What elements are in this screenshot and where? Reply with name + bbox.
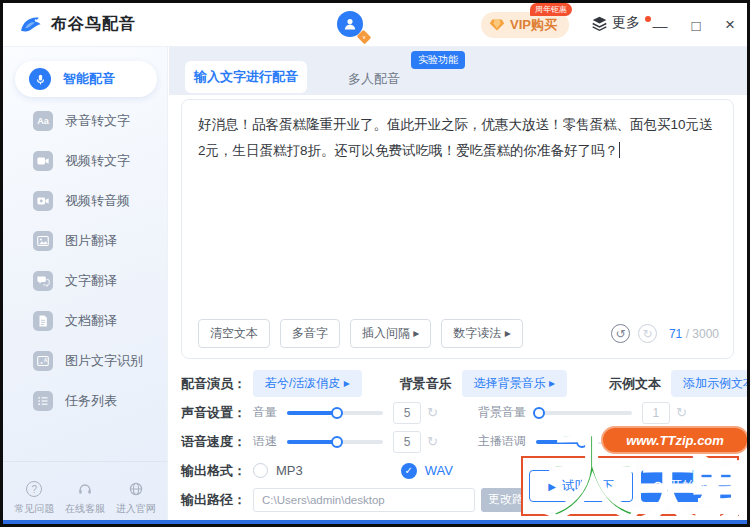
minimize-button[interactable]: — (643, 3, 677, 47)
bg-volume-reset-icon[interactable]: ↻ (676, 405, 687, 420)
app-window: 布谷鸟配音 V 周年钜惠 VIP购买 更多 — □ (0, 0, 750, 527)
volume-reset-icon[interactable]: ↻ (427, 405, 438, 420)
rate-reset-icon[interactable]: ↻ (427, 434, 438, 449)
convert-label: 开始转换 (670, 477, 722, 495)
redo-icon[interactable]: ↻ (638, 324, 657, 343)
rate-label: 语速 (253, 433, 277, 450)
faq-label: 常见问题 (14, 502, 54, 516)
official-site-label: 进入官网 (116, 502, 156, 516)
rate-value[interactable] (393, 431, 421, 453)
bgm-label: 背景音乐 (400, 375, 452, 393)
document-icon (33, 311, 53, 331)
vip-buy-label: VIP购买 (510, 16, 557, 34)
volume-slider[interactable] (287, 411, 383, 415)
char-counter: 71 / 3000 (669, 327, 719, 341)
sound-row: 声音设置： 音量 ↻ 背景音量 ↻ (181, 398, 735, 427)
sidebar-item-task-list[interactable]: 任务列表 (3, 381, 167, 421)
faq-button[interactable]: ? 常见问题 (14, 480, 54, 516)
sidebar-item-label: 智能配音 (63, 70, 115, 88)
sample-select[interactable]: 添加示例文本 ▸ (671, 370, 750, 397)
volume-label: 音量 (253, 404, 277, 421)
maximize-button[interactable]: □ (679, 3, 713, 47)
bg-volume-slider[interactable] (536, 411, 632, 415)
dubbing-text-input[interactable]: 好消息！品客蛋糕隆重开业了。值此开业之际，优惠大放送！零售蛋糕、面包买10元送2… (182, 100, 733, 280)
title-bar: 布谷鸟配音 V 周年钜惠 VIP购买 更多 — □ (3, 3, 747, 47)
image-translate-icon (33, 231, 53, 251)
tone-label: 主播语调 (478, 433, 526, 450)
more-menu[interactable]: 更多 (591, 14, 651, 32)
voice-select[interactable]: 若兮/活泼俏皮 ▸ (253, 370, 362, 397)
sidebar-item-label: 文字翻译 (65, 272, 117, 290)
polyphone-button[interactable]: 多音字 (280, 319, 340, 348)
sidebar-menu: 智能配音 Aa 录音转文字 视频转文字 视频转音频 (3, 47, 167, 421)
rate-slider[interactable] (287, 440, 383, 444)
audio-to-text-icon: Aa (33, 111, 53, 131)
sidebar-footer: ? 常见问题 在线客服 进入官网 (3, 480, 167, 516)
sidebar-item-image-translate[interactable]: 图片翻译 (3, 221, 167, 261)
sidebar-item-smart-dubbing[interactable]: 智能配音 (15, 61, 157, 97)
voice-row: 配音演员： 若兮/活泼俏皮 ▸ 背景音乐 选择背景音乐 ▸ 示例文本 添加示例文… (181, 369, 735, 398)
text-caret (619, 142, 620, 158)
experimental-badge: 实验功能 (411, 51, 465, 69)
bg-volume-value[interactable] (642, 402, 670, 424)
clear-text-button[interactable]: 清空文本 (198, 319, 270, 348)
svg-text:A: A (44, 358, 48, 363)
insert-pause-button[interactable]: 插入间隔 ▸ (350, 319, 431, 348)
start-convert-button[interactable]: 开始转换 (641, 470, 731, 502)
sidebar-item-label: 图片文字识别 (65, 352, 143, 370)
mp3-radio[interactable] (253, 463, 268, 478)
preview-label: 试听一下 (562, 477, 614, 495)
headphones-icon (651, 479, 665, 493)
sidebar-item-text-translate[interactable]: 文字翻译 (3, 261, 167, 301)
sidebar-item-label: 图片翻译 (65, 232, 117, 250)
video-to-text-icon (33, 151, 53, 171)
sidebar-item-label: 录音转文字 (65, 112, 130, 130)
sidebar-item-video-to-audio[interactable]: 视频转音频 (3, 181, 167, 221)
sample-label: 示例文本 (609, 375, 661, 393)
vip-gem-icon (489, 18, 505, 32)
sidebar-divider (3, 461, 167, 462)
sidebar-item-label: 视频转文字 (65, 152, 130, 170)
output-path-input[interactable] (253, 488, 475, 512)
video-to-audio-icon (33, 191, 53, 211)
tone-reset-icon[interactable]: ↻ (676, 434, 687, 449)
bgm-select[interactable]: 选择背景音乐 ▸ (462, 370, 567, 397)
preview-button[interactable]: ▶ 试听一下 (529, 470, 633, 502)
user-avatar[interactable]: V (337, 11, 367, 41)
online-service-button[interactable]: 在线客服 (65, 480, 105, 516)
main-panel: 输入文字进行配音 多人配音 实验功能 好消息！品客蛋糕隆重开业了。值此开业之际，… (169, 47, 747, 524)
watermark-bottom-strip (3, 520, 747, 524)
wav-radio[interactable]: ✓ (401, 463, 417, 479)
vip-promo-badge: 周年钜惠 (530, 3, 572, 16)
play-icon: ▶ (548, 481, 556, 492)
sound-label: 声音设置： (181, 404, 253, 422)
voice-label: 配音演员： (181, 375, 253, 393)
tab-strip: 输入文字进行配音 多人配音 实验功能 (169, 47, 747, 95)
tone-value[interactable] (642, 431, 670, 453)
wav-label: WAV (425, 463, 453, 478)
text-editor-card: 好消息！品客蛋糕隆重开业了。值此开业之际，优惠大放送！零售蛋糕、面包买10元送2… (181, 99, 734, 359)
mic-bubble-icon (29, 68, 51, 90)
sidebar-item-label: 文档翻译 (65, 312, 117, 330)
tab-multi-voice[interactable]: 多人配音 (329, 64, 419, 94)
speed-row: 语音速度： 语速 ↻ 主播语调 ↻ (181, 427, 735, 456)
format-label: 输出格式： (181, 462, 253, 480)
sidebar-item-doc-translate[interactable]: 文档翻译 (3, 301, 167, 341)
sidebar-item-audio-to-text[interactable]: Aa 录音转文字 (3, 101, 167, 141)
avatar-vip-badge: V (357, 30, 372, 45)
sidebar-item-video-to-text[interactable]: 视频转文字 (3, 141, 167, 181)
tone-slider[interactable] (536, 440, 632, 444)
undo-icon[interactable]: ↺ (611, 324, 630, 343)
volume-value[interactable] (393, 402, 421, 424)
tab-text-dubbing[interactable]: 输入文字进行配音 (185, 61, 307, 93)
official-site-button[interactable]: 进入官网 (116, 480, 156, 516)
close-button[interactable]: × (713, 3, 747, 47)
sidebar-item-label: 视频转音频 (65, 192, 130, 210)
number-reading-button[interactable]: 数字读法 ▸ (441, 319, 522, 348)
sidebar-item-ocr[interactable]: A 图片文字识别 (3, 341, 167, 381)
online-service-label: 在线客服 (65, 502, 105, 516)
toolbar-right: ↺ ↻ 71 / 3000 (611, 324, 719, 343)
image-text-icon: A (33, 351, 53, 371)
globe-icon (127, 480, 145, 498)
more-label: 更多 (612, 14, 640, 32)
